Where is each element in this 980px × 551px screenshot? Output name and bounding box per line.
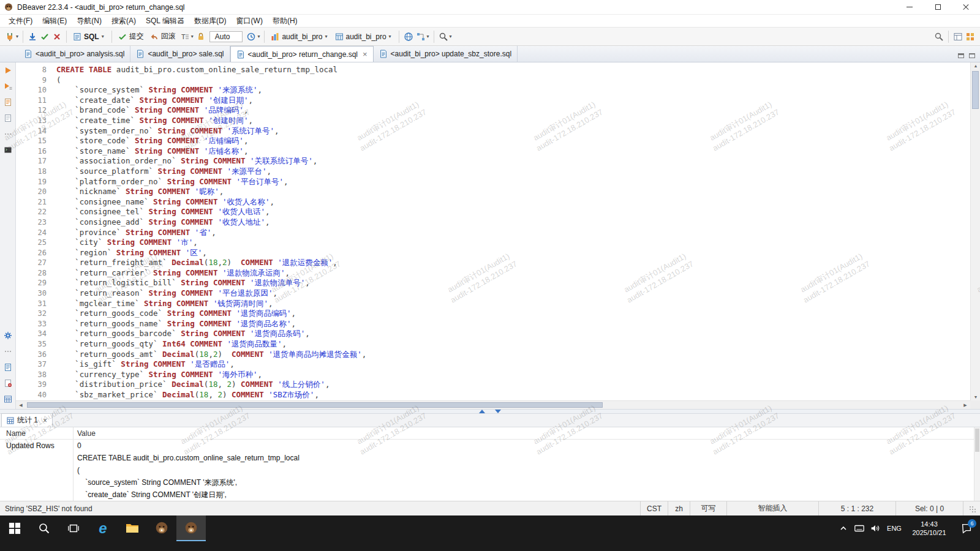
column-header-name[interactable]: Name <box>0 427 74 439</box>
code-line[interactable]: 27 `return_freight_amt` Decimal(18,2) CO… <box>16 258 970 268</box>
close-tab-icon[interactable]: × <box>363 50 368 59</box>
scroll-right-icon[interactable]: ▶ <box>962 403 969 408</box>
code-line[interactable]: 35 `return_goods_qty` Int64 COMMENT '退货商… <box>16 339 970 350</box>
editor-vertical-scrollbar[interactable]: ▲ ▼ <box>970 62 980 400</box>
code-line[interactable]: 37 `is_gift` String COMMENT '是否赠品', <box>16 359 970 370</box>
code-line[interactable]: 15 `store_code` String COMMENT '店铺编码', <box>16 136 970 146</box>
search-dropdown[interactable]: ▾ <box>450 34 452 39</box>
taskbar-dbeaver-button[interactable] <box>147 515 176 541</box>
maximize-panel-icon[interactable] <box>479 410 485 413</box>
result-grid-icon[interactable] <box>4 395 12 405</box>
language-indicator[interactable]: ENG <box>883 525 905 532</box>
rollback-quick-icon[interactable] <box>51 31 63 43</box>
tray-chevron-up-icon[interactable] <box>835 515 851 541</box>
open-console-icon[interactable] <box>4 146 12 156</box>
code-line[interactable]: 12 `brand_code` String COMMENT '品牌编码', <box>16 105 970 116</box>
code-line[interactable]: 9( <box>16 75 970 86</box>
volume-icon[interactable] <box>867 515 883 541</box>
code-line[interactable]: 11 `create_date` String COMMENT '创建日期', <box>16 96 970 106</box>
code-line[interactable]: 26 `region` String COMMENT '区', <box>16 248 970 258</box>
settings-gear-icon[interactable] <box>4 331 12 342</box>
menu-item[interactable]: 文件(F) <box>4 15 37 28</box>
new-script-icon[interactable] <box>4 114 12 124</box>
sql-editor-button[interactable]: SQL▾ <box>70 31 108 42</box>
connect-icon[interactable] <box>26 31 39 43</box>
sql-editor[interactable]: 8CREATE TABLE audit_bi_pro.custom_online… <box>16 62 980 409</box>
taskbar-edge-button[interactable]: e <box>88 515 118 541</box>
start-button[interactable] <box>0 515 29 541</box>
code-line[interactable]: 28 `return_carrier` String COMMENT '退款物流… <box>16 268 970 279</box>
code-area[interactable]: 8CREATE TABLE audit_bi_pro.custom_online… <box>16 62 970 400</box>
maximize-button[interactable] <box>924 0 952 15</box>
taskbar-explorer-button[interactable] <box>118 515 147 541</box>
open-perspective-icon[interactable] <box>952 31 964 43</box>
vertical-scroll-thumb[interactable] <box>972 71 979 109</box>
editor-tab[interactable]: <audit_bi_pro> update_sbz_store.sql <box>374 46 518 62</box>
sql-dropdown[interactable]: ▾ <box>102 34 104 39</box>
code-line[interactable]: 8CREATE TABLE audit_bi_pro.custom_online… <box>16 65 970 75</box>
column-header-value[interactable]: Value <box>74 427 980 439</box>
code-line[interactable]: 40 `sbz_market_price` Decimal(18, 2) COM… <box>16 390 970 400</box>
code-line[interactable]: 24 `province` String COMMENT '省', <box>16 228 970 238</box>
new-connection-dropdown[interactable]: ▾ <box>16 34 18 39</box>
code-line[interactable]: 30 `return_reason` String COMMENT '平台退款原… <box>16 288 970 299</box>
taskbar-dbeaver-active-button[interactable] <box>176 515 206 541</box>
taskbar-clock[interactable]: 14:43 2025/10/21 <box>905 520 953 537</box>
scroll-down-icon[interactable]: ▼ <box>971 395 980 399</box>
code-line[interactable]: 10 `source_system` String COMMENT '来源系统'… <box>16 85 970 96</box>
minimize-view-icon[interactable] <box>958 53 964 58</box>
code-line[interactable]: 38 `currency_type` String COMMENT '海外币种'… <box>16 370 970 380</box>
history-dropdown[interactable]: ▾ <box>257 34 260 39</box>
status-segment[interactable]: 智能插入 <box>726 501 818 515</box>
code-line[interactable]: 17 `association_order_no` String COMMENT… <box>16 156 970 167</box>
more-bottom-icon[interactable] <box>4 347 12 358</box>
database-dropdown[interactable]: ▾ <box>325 34 327 39</box>
code-line[interactable]: 39 `distribution_price` Decimal(18, 2) C… <box>16 380 970 390</box>
network-icon[interactable] <box>415 31 427 43</box>
commit-button[interactable]: 提交 <box>115 30 147 43</box>
code-line[interactable]: 19 `platform_order_no` String COMMENT '平… <box>16 177 970 187</box>
code-line[interactable]: 14 `system_order_no` String COMMENT '系统订… <box>16 126 970 137</box>
status-segment[interactable]: 5 : 1 : 232 <box>818 501 895 515</box>
execute-statement-icon[interactable] <box>4 66 12 77</box>
delete-script-icon[interactable] <box>4 379 12 389</box>
network-dropdown[interactable]: ▾ <box>427 34 429 39</box>
stats-row[interactable]: `source_system` String COMMENT '来源系统', <box>0 476 980 489</box>
schema-dropdown[interactable]: ▾ <box>389 34 391 39</box>
close-statistics-icon[interactable]: × <box>43 416 47 425</box>
code-line[interactable]: 13 `create_time` String COMMENT '创建时间', <box>16 116 970 126</box>
rollback-button[interactable]: 回滚 <box>147 30 179 43</box>
lock-icon[interactable] <box>195 31 207 43</box>
code-line[interactable]: 29 `return_logistic_bill` String COMMENT… <box>16 278 970 288</box>
panel-splitter[interactable] <box>0 409 980 414</box>
stats-row[interactable]: `create_date` String COMMENT '创建日期', <box>0 489 980 501</box>
code-line[interactable]: 34 `return_goods_barcode` String COMMENT… <box>16 329 970 339</box>
database-selector[interactable]: audit_bi_pro▾ <box>268 31 331 42</box>
code-line[interactable]: 25 `city` String COMMENT '市', <box>16 238 970 248</box>
status-segment[interactable]: 可写 <box>690 501 726 515</box>
code-line[interactable]: 18 `source_platform` String COMMENT '来源平… <box>16 167 970 177</box>
tab-statistics[interactable]: 统计 1 × <box>1 413 53 427</box>
taskbar-search-button[interactable] <box>29 515 59 541</box>
maximize-view-icon[interactable] <box>969 53 975 58</box>
menu-item[interactable]: 编辑(E) <box>37 15 72 28</box>
code-line[interactable]: 16 `store_name` String COMMENT '店铺名称', <box>16 146 970 157</box>
menu-item[interactable]: SQL 编辑器 <box>141 15 189 28</box>
menu-item[interactable]: 搜索(A) <box>107 15 141 28</box>
more-icon[interactable] <box>4 130 12 140</box>
scroll-up-icon[interactable]: ▲ <box>971 64 980 68</box>
code-line[interactable]: 21 `consignee_name` String COMMENT '收货人名… <box>16 197 970 208</box>
menu-item[interactable]: 帮助(H) <box>268 15 303 28</box>
action-center-button[interactable]: 6 <box>953 515 980 541</box>
statistics-scroll-thumb[interactable] <box>975 429 979 452</box>
horizontal-scroll-thumb[interactable] <box>27 402 603 408</box>
touch-keyboard-icon[interactable] <box>851 515 867 541</box>
schema-selector[interactable]: audit_bi_pro▾ <box>332 31 396 42</box>
task-view-button[interactable] <box>59 515 88 541</box>
quick-search-icon[interactable] <box>933 31 945 43</box>
code-line[interactable]: 36 `return_goods_amt` Decimal(18,2) COMM… <box>16 350 970 360</box>
search-icon[interactable] <box>437 31 450 43</box>
transaction-dropdown[interactable]: ▾ <box>191 34 194 39</box>
globe-icon[interactable] <box>402 31 415 43</box>
code-line[interactable]: 20 `nickname` String COMMENT '昵称', <box>16 187 970 197</box>
